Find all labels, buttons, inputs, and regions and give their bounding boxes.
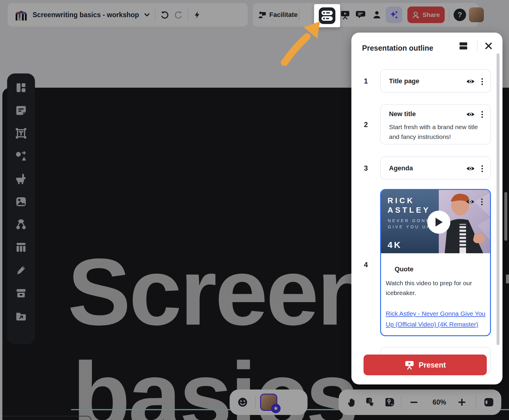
video-artist-line2: ASTLEY <box>388 205 430 215</box>
video-artist-line1: RICK <box>388 196 415 205</box>
slide-number: 2 <box>361 121 370 129</box>
video-quality-badge: 4K <box>388 240 402 250</box>
visibility-eye-icon[interactable] <box>466 198 475 206</box>
slide-number: 4 <box>361 261 370 269</box>
present-label: Present <box>419 361 446 369</box>
play-button[interactable] <box>427 211 450 234</box>
item-menu-kebab-icon[interactable] <box>481 198 483 205</box>
play-icon <box>434 217 443 227</box>
outline-item-title-page[interactable]: Title page <box>380 69 491 93</box>
panel-scrollbar[interactable] <box>497 53 500 345</box>
item-menu-kebab-icon[interactable] <box>481 165 483 172</box>
present-button[interactable]: Present <box>364 355 487 375</box>
app-window: Screenwriting basics Screenwriting basic… <box>0 0 509 420</box>
outline-view-toggle-icon[interactable] <box>459 41 468 51</box>
item-menu-kebab-icon[interactable] <box>481 78 483 85</box>
outline-item-quote-selected[interactable]: RICK ASTLEY NEVER GONNA GIVE YOU UP 4K <box>380 189 491 336</box>
divider <box>477 40 478 52</box>
slide-number: 3 <box>361 164 370 172</box>
slide-title: Title page <box>389 77 419 85</box>
presentation-outline-panel: Presentation outline 1 Title page 2 New … <box>351 33 502 384</box>
outline-item-agenda[interactable]: Agenda <box>380 156 491 179</box>
present-projector-icon <box>404 360 414 370</box>
panel-title: Presentation outline <box>362 44 433 52</box>
tutorial-arrow <box>276 18 326 66</box>
video-thumbnail[interactable]: RICK ASTLEY NEVER GONNA GIVE YOU UP 4K <box>381 190 490 253</box>
video-sub-line2: GIVE YOU UP <box>388 224 431 230</box>
slide-title: Agenda <box>389 164 413 172</box>
slide-body: Watch this video to prep for our icebrea… <box>386 278 481 298</box>
visibility-eye-icon[interactable] <box>466 77 475 86</box>
slide-title: New title <box>389 110 416 118</box>
outline-item-new-title[interactable]: New title Start fresh with a brand new t… <box>380 104 491 145</box>
video-link[interactable]: Rick Astley - Never Gonna Give You Up (O… <box>386 308 486 330</box>
item-menu-kebab-icon[interactable] <box>481 111 483 118</box>
slide-title: Quote <box>395 265 414 273</box>
visibility-eye-icon[interactable] <box>466 110 475 118</box>
visibility-eye-icon[interactable] <box>466 164 475 173</box>
slide-body: Start fresh with a brand new title and f… <box>389 122 484 142</box>
close-icon[interactable] <box>484 41 493 50</box>
slide-number: 1 <box>361 77 370 85</box>
